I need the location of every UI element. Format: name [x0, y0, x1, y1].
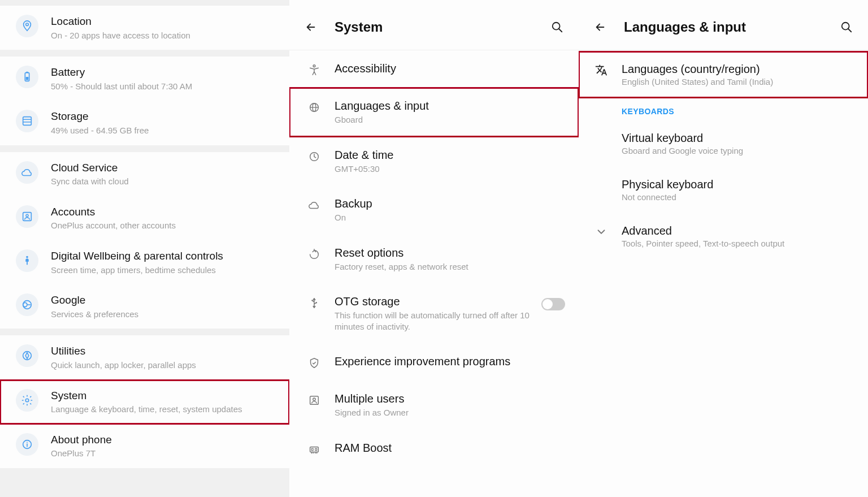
globe-icon-wrap [303, 99, 326, 114]
row-subtitle: Language & keyboard, time, reset, system… [51, 404, 278, 415]
row-subtitle: Tools, Pointer speed, Text-to-speech out… [622, 239, 854, 248]
row-subtitle: English (United States) and Tamil (India… [622, 77, 854, 87]
row-subtitle: Not connected [622, 192, 854, 202]
row-title: Digital Wellbeing & parental controls [51, 249, 278, 263]
settings-row-cloud-service[interactable]: Cloud ServiceSync data with cloud [0, 152, 289, 196]
settings-row-storage[interactable]: Storage49% used - 64.95 GB free [0, 101, 289, 145]
search-button[interactable] [549, 19, 565, 35]
translate-icon-wrap [588, 63, 615, 76]
settings-row-system[interactable]: SystemLanguage & keyboard, time, reset, … [0, 380, 289, 424]
languages-input-panel: Languages & input Languages (country/reg… [579, 0, 868, 497]
row-subtitle: Services & preferences [51, 309, 278, 320]
panel-title: System [335, 19, 549, 35]
back-button[interactable] [303, 19, 319, 35]
settings-row-location[interactable]: LocationOn - 20 apps have access to loca… [0, 6, 289, 50]
svg-point-23 [311, 300, 313, 301]
row-subtitle: Quick launch, app locker, parallel apps [51, 360, 278, 371]
row-subtitle: On [335, 212, 565, 223]
chevron-down-icon [595, 226, 607, 238]
svg-rect-4 [23, 117, 32, 126]
system-row-multiple-users[interactable]: Multiple usersSigned in as Owner [289, 381, 579, 430]
battery-icon-wrap [16, 66, 38, 88]
accounts-icon-wrap [16, 205, 38, 228]
reset-icon-wrap [303, 246, 326, 261]
keyboards-section-header: KEYBOARDS [579, 98, 868, 120]
row-title: RAM Boost [335, 441, 565, 455]
row-title: Virtual keyboard [622, 132, 854, 145]
row-title: Accessibility [335, 62, 565, 76]
settings-row-accounts[interactable]: AccountsOnePlus account, other accounts [0, 196, 289, 240]
settings-row-digital-wellbeing-parental-controls[interactable]: Digital Wellbeing & parental controlsScr… [0, 240, 289, 284]
clock-icon-wrap [303, 148, 326, 163]
row-title: Storage [51, 110, 278, 124]
system-row-accessibility[interactable]: Accessibility [289, 50, 579, 88]
row-title: Cloud Service [51, 161, 278, 175]
row-title: OTG storage [335, 295, 541, 309]
arrow-left-icon [594, 21, 606, 33]
keyboard-row-virtual-keyboard[interactable]: Virtual keyboardGboard and Google voice … [579, 120, 868, 167]
system-row-otg-storage[interactable]: OTG storageThis function will be automat… [289, 283, 579, 343]
row-subtitle: GMT+05:30 [335, 163, 565, 175]
system-row-backup[interactable]: BackupOn [289, 185, 579, 235]
cloud-icon-wrap [16, 161, 38, 184]
system-icon-wrap [16, 389, 38, 412]
row-title: Reset options [335, 246, 565, 260]
system-header: System [289, 0, 579, 50]
row-subtitle: On - 20 apps have access to location [51, 30, 278, 41]
settings-row-utilities[interactable]: UtilitiesQuick launch, app locker, paral… [0, 335, 289, 379]
back-button[interactable] [592, 19, 608, 35]
svg-rect-2 [26, 72, 28, 73]
section-divider [0, 145, 289, 152]
search-icon [551, 21, 563, 33]
system-row-ram-boost[interactable]: RAM Boost [289, 430, 579, 467]
languages-row[interactable]: Languages (country/region) English (Unit… [579, 51, 868, 98]
search-button[interactable] [839, 19, 854, 35]
keyboard-row-physical-keyboard[interactable]: Physical keyboardNot connected [579, 167, 868, 213]
row-subtitle: Screen time, app timers, bedtime schedul… [51, 265, 278, 276]
chevron-down-icon-wrap [588, 224, 615, 238]
row-title: Languages & input [335, 99, 565, 113]
user-box-icon-wrap [303, 392, 326, 407]
ram-icon-wrap [303, 441, 326, 456]
row-title: Battery [51, 66, 278, 80]
toggle-switch[interactable] [541, 298, 565, 310]
translate-icon [595, 64, 607, 76]
row-title: Experience improvement programs [335, 355, 565, 369]
system-row-experience-improvement-programs[interactable]: Experience improvement programs [289, 343, 579, 381]
svg-point-12 [25, 399, 29, 402]
row-title: Location [51, 15, 278, 29]
row-subtitle: This function will be automatically turn… [335, 310, 541, 332]
system-row-date-time[interactable]: Date & timeGMT+05:30 [289, 137, 579, 186]
wellbeing-icon-wrap [16, 249, 38, 272]
row-title: Backup [335, 197, 565, 211]
row-title: Multiple users [335, 392, 565, 406]
settings-row-about-phone[interactable]: About phoneOnePlus 7T [0, 424, 289, 468]
advanced-row[interactable]: Advanced Tools, Pointer speed, Text-to-s… [579, 213, 868, 260]
svg-point-8 [26, 214, 28, 217]
svg-rect-24 [316, 302, 317, 303]
row-subtitle: Sync data with cloud [51, 176, 278, 187]
google-icon-wrap [16, 293, 38, 316]
svg-point-26 [313, 398, 315, 400]
settings-row-battery[interactable]: Battery50% - Should last until about 7:3… [0, 57, 289, 101]
system-row-languages-input[interactable]: Languages & inputGboard [289, 88, 579, 137]
svg-line-35 [848, 29, 852, 32]
section-divider [0, 50, 289, 57]
shield-check-icon-wrap [303, 355, 326, 369]
row-subtitle: OnePlus 7T [51, 448, 278, 459]
row-title: System [51, 389, 278, 403]
svg-rect-3 [26, 77, 29, 80]
row-subtitle: Gboard [335, 114, 565, 126]
svg-point-18 [313, 65, 315, 67]
about-icon-wrap [16, 433, 38, 456]
svg-point-9 [26, 256, 28, 258]
usb-icon-wrap [303, 295, 326, 309]
system-row-reset-options[interactable]: Reset optionsFactory reset, apps & netwo… [289, 235, 579, 284]
row-subtitle: Signed in as Owner [335, 407, 565, 418]
row-title: Languages (country/region) [622, 63, 854, 76]
row-subtitle: Gboard and Google voice typing [622, 146, 854, 155]
svg-point-0 [26, 23, 29, 26]
settings-row-google[interactable]: GoogleServices & preferences [0, 284, 289, 329]
section-divider [0, 329, 289, 335]
row-subtitle: 50% - Should last until about 7:30 AM [51, 81, 278, 92]
